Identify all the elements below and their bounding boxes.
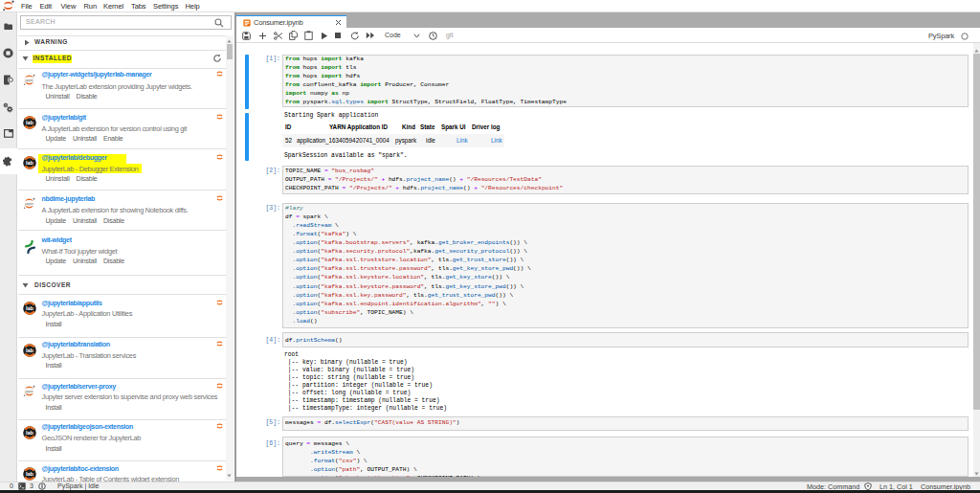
svg-text:lab: lab (25, 347, 33, 353)
svg-text:jupyter: jupyter (24, 78, 33, 82)
svg-text:lab: lab (25, 471, 33, 477)
svg-text:lab: lab (25, 305, 33, 311)
svg-text:jupyter: jupyter (24, 202, 33, 206)
svg-text:lab: lab (25, 430, 33, 436)
svg-text:jupyter: jupyter (24, 390, 33, 393)
svg-text:lab: lab (25, 120, 33, 125)
svg-text:lab: lab (25, 160, 33, 166)
